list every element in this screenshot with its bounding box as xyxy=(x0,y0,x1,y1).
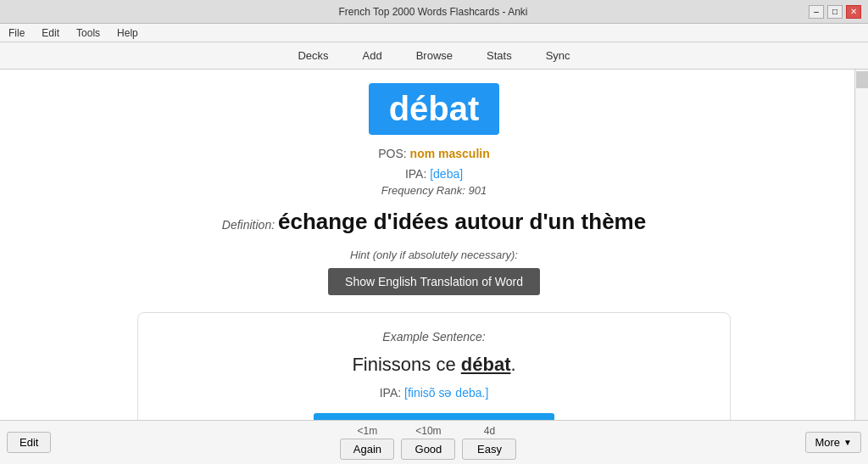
example-sentence-box: Example Sentence: Finissons ce débat. IP… xyxy=(137,312,731,420)
example-label: Example Sentence: xyxy=(164,330,704,344)
example-sentence-end: . xyxy=(510,354,515,375)
nav-bar: Decks Add Browse Stats Sync xyxy=(0,42,868,70)
more-label: More xyxy=(815,436,840,449)
freq-value: 901 xyxy=(468,184,487,197)
pos-label: POS: xyxy=(378,147,406,160)
timing-easy: 4d xyxy=(462,425,516,437)
timing-good: <10m xyxy=(401,425,455,437)
example-ipa-line: IPA: [finisõ sə deba.] xyxy=(164,386,704,400)
ipa-label: IPA: xyxy=(405,167,426,181)
easy-button[interactable]: Easy xyxy=(462,439,516,460)
scroll-thumb[interactable] xyxy=(856,71,868,88)
freq-label: Frequency Rank: xyxy=(381,184,465,197)
def-value: échange d'idées autour d'un thème xyxy=(278,209,646,234)
bottom-bar: Edit <1m <10m 4d Again Good Easy More ▼ xyxy=(0,420,868,464)
show-sentence-translation-button[interactable]: Show English Translation of Sentence xyxy=(314,413,554,420)
window-controls: – □ ✕ xyxy=(809,5,861,19)
maximize-button[interactable]: □ xyxy=(827,5,843,19)
frequency-line: Frequency Rank: 901 xyxy=(381,184,487,197)
show-word-translation-button[interactable]: Show English Translation of Word xyxy=(328,268,540,295)
minimize-button[interactable]: – xyxy=(809,5,824,19)
main-content: débat POS: nom masculin IPA: [deba] Freq… xyxy=(0,70,868,420)
menu-help[interactable]: Help xyxy=(114,25,142,41)
window-title: French Top 2000 Words Flashcards - Anki xyxy=(58,6,809,18)
example-sentence-plain: Finissons ce xyxy=(352,354,460,375)
timing-row: <1m <10m 4d xyxy=(340,425,516,437)
def-label: Definition: xyxy=(222,218,275,232)
good-button[interactable]: Good xyxy=(401,439,455,460)
menu-bar: File Edit Tools Help xyxy=(0,24,868,42)
edit-button[interactable]: Edit xyxy=(7,432,51,453)
nav-decks[interactable]: Decks xyxy=(291,46,335,65)
nav-browse[interactable]: Browse xyxy=(409,46,459,65)
example-ipa-value: [finisõ sə deba.] xyxy=(404,386,488,400)
example-sentence: Finissons ce débat. xyxy=(164,354,704,376)
example-sentence-highlighted: débat xyxy=(461,354,511,375)
nav-add[interactable]: Add xyxy=(356,46,389,65)
word-display: débat xyxy=(369,83,500,135)
nav-sync[interactable]: Sync xyxy=(539,46,577,65)
more-button[interactable]: More ▼ xyxy=(805,432,861,453)
ipa-line: IPA: [deba] xyxy=(405,167,463,181)
pos-value: nom masculin xyxy=(410,147,490,160)
answer-section: <1m <10m 4d Again Good Easy xyxy=(51,425,805,460)
ipa-value: [deba] xyxy=(430,167,463,181)
menu-tools[interactable]: Tools xyxy=(73,25,103,41)
answer-buttons: Again Good Easy xyxy=(340,439,516,460)
close-button[interactable]: ✕ xyxy=(846,5,861,19)
nav-stats[interactable]: Stats xyxy=(480,46,519,65)
chevron-down-icon: ▼ xyxy=(843,438,852,447)
scrollbar[interactable] xyxy=(854,70,868,420)
definition-line: Definition: échange d'idées autour d'un … xyxy=(222,209,646,235)
hint-label: Hint (only if absolutely necessary): xyxy=(350,249,518,261)
title-bar: French Top 2000 Words Flashcards - Anki … xyxy=(0,0,868,24)
menu-edit[interactable]: Edit xyxy=(38,25,63,41)
pos-line: POS: nom masculin xyxy=(378,147,490,160)
example-ipa-label: IPA: xyxy=(380,386,401,400)
menu-file[interactable]: File xyxy=(5,25,28,41)
again-button[interactable]: Again xyxy=(340,439,394,460)
timing-again: <1m xyxy=(340,425,394,437)
